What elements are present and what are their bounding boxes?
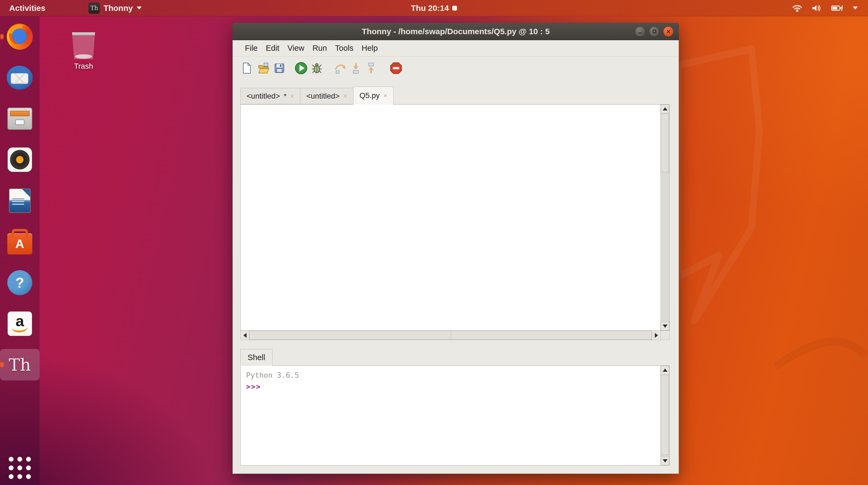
top-bar: Activities Th Thonny Thu 20:14 [0, 0, 868, 16]
shell-vscrollbar[interactable] [660, 366, 669, 465]
trash-label: Trash [68, 62, 99, 70]
tab-label: <untitled> [247, 92, 280, 101]
debug-button[interactable] [310, 62, 323, 75]
scroll-left-button[interactable] [241, 331, 249, 340]
step-over-icon [334, 62, 346, 75]
open-folder-icon [257, 62, 270, 75]
step-into-button[interactable] [349, 62, 362, 75]
dock-item-thunderbird[interactable] [0, 63, 40, 92]
tab-close-icon[interactable]: × [343, 92, 347, 100]
minimize-icon [638, 33, 642, 33]
dock: A ? a Th [0, 16, 40, 485]
shell-frame: Python 3.6.5 >>> [240, 366, 670, 465]
clock-button[interactable]: Thu 20:14 [411, 3, 457, 13]
system-tray[interactable] [792, 4, 858, 12]
ubuntu-software-icon: A [7, 233, 32, 254]
title-bar[interactable]: Thonny - /home/swap/Documents/Q5.py @ 10… [232, 23, 679, 40]
tab-shell[interactable]: Shell [240, 349, 273, 366]
stop-button[interactable] [390, 62, 403, 75]
trash-icon [71, 29, 96, 59]
modified-marker: * [284, 92, 286, 101]
app-menu-label: Thonny [103, 3, 133, 13]
shell-tab-label: Shell [248, 353, 265, 362]
menu-file[interactable]: File [241, 44, 262, 53]
scroll-up-button[interactable] [661, 366, 669, 374]
running-indicator [1, 34, 3, 39]
close-button[interactable]: × [663, 26, 674, 37]
scrollbar-trough[interactable] [661, 113, 669, 322]
tab-untitled-2[interactable]: <untitled> × [300, 88, 353, 104]
tab-close-icon[interactable]: × [383, 92, 388, 99]
thunderbird-icon [7, 66, 33, 90]
file-manager-icon [7, 108, 32, 130]
save-file-button[interactable] [273, 62, 286, 75]
debug-bug-icon [311, 62, 323, 75]
dock-item-libreoffice-writer[interactable] [0, 187, 40, 215]
scroll-up-button[interactable] [661, 105, 669, 113]
tab-label: Q5.py [360, 91, 380, 100]
step-out-button[interactable] [365, 62, 378, 75]
dock-item-help[interactable]: ? [0, 268, 40, 297]
menu-run[interactable]: Run [308, 44, 331, 53]
minimize-button[interactable] [635, 26, 645, 37]
maximize-button[interactable] [649, 26, 659, 37]
dock-item-firefox[interactable] [0, 23, 40, 51]
window-title: Thonny - /home/swap/Documents/Q5.py @ 10… [232, 27, 679, 36]
volume-icon [812, 4, 822, 12]
scroll-right-button[interactable] [652, 331, 660, 340]
run-icon [294, 62, 308, 75]
editor-tabs: <untitled> * × <untitled> × Q5.py × [240, 80, 670, 104]
thonny-window: Thonny - /home/swap/Documents/Q5.py @ 10… [232, 23, 679, 474]
trash-desktop-icon[interactable]: Trash [68, 29, 99, 70]
scroll-down-button[interactable] [661, 322, 669, 331]
rhythmbox-icon [8, 147, 32, 172]
thonny-app-icon: Th [89, 3, 99, 13]
activities-button[interactable]: Activities [9, 3, 45, 13]
tab-label: <untitled> [306, 92, 340, 101]
scrollbar-corner [661, 331, 670, 340]
show-applications-button[interactable] [9, 457, 31, 479]
open-file-button[interactable] [257, 62, 270, 75]
thonny-icon: Th [9, 355, 31, 375]
step-out-icon [365, 62, 377, 75]
help-icon: ? [7, 270, 32, 295]
dock-item-files[interactable] [0, 105, 40, 133]
dock-item-ubuntu-software[interactable]: A [0, 228, 40, 256]
new-file-icon [241, 62, 253, 75]
scrollbar-thumb[interactable] [661, 114, 669, 172]
dock-item-amazon[interactable]: a [0, 310, 40, 338]
tab-close-icon[interactable]: × [290, 92, 294, 100]
editor-frame [240, 104, 670, 331]
shell-tabs: Shell [240, 340, 670, 366]
help-question-mark: ? [16, 275, 24, 291]
menu-tools[interactable]: Tools [331, 44, 358, 53]
new-file-button[interactable] [240, 62, 253, 75]
menu-edit[interactable]: Edit [262, 44, 283, 53]
shell-console[interactable]: Python 3.6.5 >>> [241, 366, 660, 465]
scroll-down-button[interactable] [661, 456, 669, 465]
scrollbar-thumb[interactable] [249, 331, 652, 340]
chevron-down-icon [853, 6, 858, 9]
wifi-icon [792, 4, 802, 12]
python-version-line: Python 3.6.5 [246, 370, 655, 381]
scrollbar-trough[interactable] [661, 374, 669, 456]
maximize-icon [653, 30, 656, 33]
scrollbar-thumb[interactable] [661, 375, 669, 455]
tab-q5py[interactable]: Q5.py × [353, 87, 394, 105]
step-into-icon [350, 62, 362, 75]
editor-hscrollbar[interactable] [240, 331, 661, 340]
amazon-icon: a [8, 312, 32, 336]
code-editor[interactable] [241, 105, 660, 331]
step-over-button[interactable] [334, 62, 347, 75]
menu-help[interactable]: Help [358, 44, 382, 53]
menu-view[interactable]: View [283, 44, 308, 53]
save-icon [273, 62, 286, 75]
close-icon: × [666, 28, 670, 35]
run-button[interactable] [294, 62, 308, 75]
app-menu-button[interactable]: Th Thonny [89, 3, 141, 13]
tab-untitled-1[interactable]: <untitled> * × [240, 88, 300, 104]
editor-vscrollbar[interactable] [660, 105, 669, 331]
dock-item-thonny[interactable]: Th [0, 349, 40, 380]
dock-item-rhythmbox[interactable] [0, 146, 40, 174]
software-letter: A [16, 237, 24, 251]
